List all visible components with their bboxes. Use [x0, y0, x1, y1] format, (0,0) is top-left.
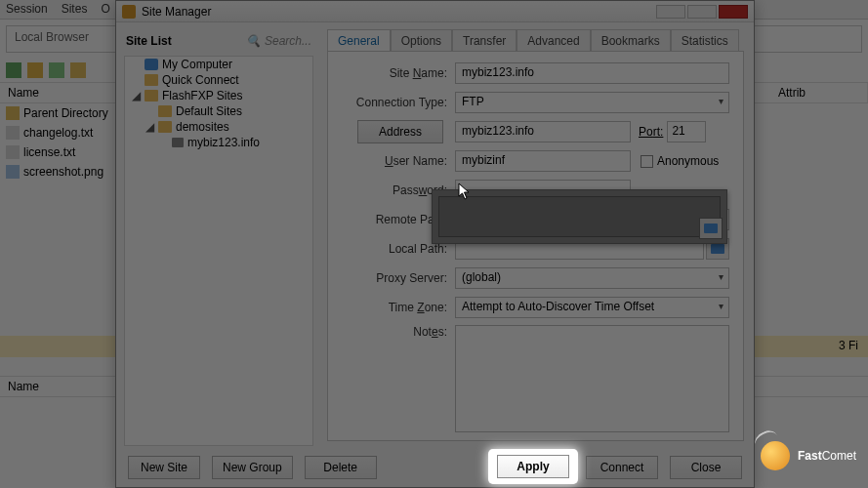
path-tooltip-popup	[432, 189, 727, 244]
tab-general[interactable]: General	[327, 29, 391, 52]
proxy-select[interactable]: (global)	[455, 267, 729, 289]
app-icon	[122, 5, 136, 19]
search-icon: 🔍	[246, 34, 261, 48]
tab-strip: General Options Transfer Advanced Bookma…	[327, 28, 744, 51]
maximize-button[interactable]	[687, 5, 717, 19]
site-name-label: Site Name:	[342, 66, 455, 80]
tree-item-quick-connect[interactable]: Quick Connect	[125, 72, 312, 88]
item-label: changelog.txt	[23, 126, 93, 140]
site-manager-dialog: Site Manager Site List 🔍 Search... My Co…	[115, 0, 755, 488]
tab-advanced[interactable]: Advanced	[517, 29, 590, 52]
new-site-button[interactable]: New Site	[128, 456, 200, 479]
tab-transfer[interactable]: Transfer	[452, 29, 517, 52]
dialog-title: Site Manager	[142, 5, 211, 19]
site-details-panel: General Options Transfer Advanced Bookma…	[321, 22, 754, 487]
new-group-button[interactable]: New Group	[212, 456, 293, 479]
tree-label: My Computer	[162, 58, 232, 71]
conn-type-label: Connection Type:	[342, 96, 455, 109]
brand-text-comet: Comet	[822, 449, 856, 463]
conn-type-select[interactable]: FTP	[455, 92, 729, 113]
port-input[interactable]: 21	[667, 121, 706, 142]
item-label: Parent Directory	[23, 106, 108, 120]
tree-label: Default Sites	[176, 104, 242, 118]
site-search[interactable]: 🔍 Search...	[246, 34, 311, 48]
folder-up-icon	[6, 106, 20, 120]
dialog-button-bar: New Site New Group Delete Apply Connect …	[116, 448, 754, 487]
site-icon	[172, 138, 184, 147]
computer-icon	[145, 59, 158, 70]
tree-item-default-sites[interactable]: Default Sites	[125, 103, 312, 119]
local-path-label: Local Path:	[342, 242, 455, 256]
general-form: Site Name: mybiz123.info Connection Type…	[327, 51, 744, 441]
folder-open-icon	[711, 244, 724, 254]
tree-item-my-computer[interactable]: My Computer	[125, 57, 312, 72]
expander-icon[interactable]: ◢	[145, 120, 154, 134]
notes-label: Notes:	[342, 325, 455, 339]
notes-textarea[interactable]	[455, 325, 729, 432]
proxy-label: Proxy Server:	[342, 271, 455, 285]
col-attrib[interactable]: Attrib	[770, 83, 868, 102]
refresh-icon[interactable]	[6, 62, 21, 78]
fastcomet-watermark: FastComet	[761, 441, 856, 470]
folder-icon	[158, 105, 172, 117]
minimize-button[interactable]	[656, 5, 685, 19]
close-dialog-button[interactable]: Close	[670, 456, 742, 479]
folder-open-icon	[704, 224, 718, 233]
menu-options[interactable]: O	[101, 2, 109, 17]
anonymous-label: Anonymous	[657, 154, 719, 168]
tree-item-demosites[interactable]: ◢ demosites	[125, 119, 312, 135]
apply-button[interactable]: Apply	[497, 455, 569, 478]
tree-item-flashfxp-sites[interactable]: ◢ FlashFXP Sites	[125, 88, 312, 103]
address-button[interactable]: Address	[357, 120, 443, 143]
item-label: screenshot.png	[23, 165, 103, 179]
address-input[interactable]: mybiz123.info	[455, 121, 631, 142]
browse-button[interactable]	[699, 218, 723, 239]
site-list-panel: Site List 🔍 Search... My Computer Quick …	[116, 22, 321, 487]
folder-icon[interactable]	[70, 62, 86, 78]
tree-label: demosites	[176, 120, 229, 134]
tree-label: Quick Connect	[162, 73, 239, 87]
port-label: Port:	[639, 125, 663, 139]
dialog-titlebar[interactable]: Site Manager	[116, 1, 754, 22]
brand-text-fast: Fast	[798, 449, 822, 463]
tooltip-inner	[438, 196, 721, 237]
user-name-label: User Name:	[342, 154, 455, 168]
tree-label: FlashFXP Sites	[162, 89, 242, 102]
folder-icon	[158, 121, 172, 133]
anonymous-checkbox[interactable]	[641, 155, 653, 168]
timezone-select[interactable]: Attempt to Auto-Discover Time Offset	[455, 297, 729, 318]
tree-label: mybiz123.info	[187, 136, 260, 149]
site-name-input[interactable]: mybiz123.info	[455, 62, 729, 84]
expander-icon[interactable]: ◢	[131, 89, 141, 102]
favorite-icon[interactable]	[27, 62, 43, 78]
folder-icon	[145, 90, 158, 102]
comet-icon	[761, 441, 790, 470]
search-placeholder: Search...	[265, 34, 311, 48]
text-file-icon	[6, 126, 20, 140]
menu-session[interactable]: Session	[6, 2, 48, 17]
close-button[interactable]	[719, 5, 748, 19]
tab-options[interactable]: Options	[391, 29, 452, 52]
connect-button[interactable]: Connect	[586, 456, 658, 479]
menu-sites[interactable]: Sites	[62, 2, 88, 17]
text-file-icon	[6, 145, 20, 159]
transfer-icon[interactable]	[49, 62, 64, 78]
site-tree[interactable]: My Computer Quick Connect ◢ FlashFXP Sit…	[124, 56, 313, 446]
apply-highlight: Apply	[491, 452, 575, 481]
tab-statistics[interactable]: Statistics	[671, 29, 739, 52]
item-label: license.txt	[23, 145, 75, 159]
folder-icon	[145, 74, 158, 86]
image-file-icon	[6, 165, 20, 179]
user-name-input[interactable]: mybizinf	[455, 150, 631, 172]
tab-bookmarks[interactable]: Bookmarks	[591, 29, 671, 52]
site-list-header: Site List	[126, 34, 172, 48]
timezone-label: Time Zone:	[342, 301, 455, 314]
tree-item-mybiz[interactable]: mybiz123.info	[125, 135, 312, 150]
delete-button[interactable]: Delete	[305, 456, 377, 479]
